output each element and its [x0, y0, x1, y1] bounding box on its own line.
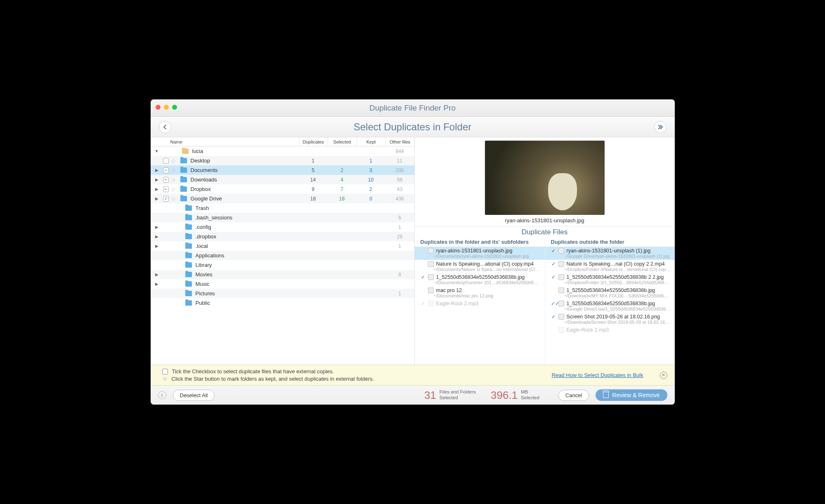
star-button[interactable]: ☆: [171, 167, 176, 174]
dup-item[interactable]: Eagle-Rock 2.mp3: [545, 326, 675, 334]
review-remove-button[interactable]: Review & Remove: [596, 389, 667, 401]
folder-row[interactable]: ▶☆Documents523200: [151, 165, 414, 175]
dup-item[interactable]: ryan-akins-1531801-unsplash.jpg~/Documen…: [415, 247, 545, 260]
back-button[interactable]: [159, 121, 171, 133]
folder-row[interactable]: ▶☆Downloads1441058: [151, 175, 414, 184]
forward-button[interactable]: [654, 121, 667, 133]
cancel-button[interactable]: Cancel: [558, 390, 589, 401]
dup-check[interactable]: ✓: [421, 274, 426, 280]
folder-name: Applications: [196, 252, 225, 259]
dup-item[interactable]: ✓1_52550d536834e52550d536838b.jpg~/Docum…: [415, 273, 545, 286]
disclosure-arrow[interactable]: ▶: [153, 272, 161, 277]
disclosure-arrow[interactable]: ▶: [153, 282, 161, 286]
row-checkbox[interactable]: [163, 167, 169, 173]
folder-name: Trash: [196, 205, 209, 211]
row-checkbox[interactable]: [163, 186, 169, 192]
dup-item[interactable]: ✓Nature Is Speaking…nal (CI) copy 2 2.mp…: [545, 260, 675, 273]
dup-check[interactable]: ✓: [421, 301, 426, 306]
traffic-lights: [156, 105, 177, 110]
preview-image: [485, 141, 605, 215]
zoom-window-button[interactable]: [172, 105, 177, 110]
folder-row[interactable]: ▶☆Dropbox97243: [151, 184, 414, 194]
dup-item[interactable]: ✓ryan-akins-1531801-unsplash (1).jpg~/Go…: [545, 247, 675, 260]
minimize-window-button[interactable]: [164, 105, 169, 110]
folder-row[interactable]: ☆Desktop1111: [151, 156, 414, 165]
dup-item[interactable]: ✓✓1_52550d536834e52550d536838b.jpg~/Goog…: [545, 299, 675, 313]
dup-item[interactable]: 1_52550d536834e52550d536838b.jpg~/Downlo…: [545, 286, 675, 299]
dup-filename: 1_52550d536834e52550d536838b.jpg: [567, 287, 671, 293]
col-other[interactable]: Other files: [385, 137, 414, 146]
dup-filename: 1_52550d536834e52550d536838b 2 2.jpg: [567, 274, 671, 280]
dup-check[interactable]: ✓✓: [551, 301, 556, 306]
col-selected[interactable]: Selected: [328, 137, 357, 146]
folder-row[interactable]: ▶Music: [151, 279, 414, 289]
dup-item[interactable]: ✓Eagle-Rock 2.mp3: [415, 299, 545, 308]
star-button[interactable]: ☆: [171, 177, 176, 183]
dup-check[interactable]: ✓: [551, 314, 556, 320]
file-icon: [428, 287, 434, 293]
disclosure-arrow[interactable]: ▶: [153, 187, 161, 191]
col-duplicates[interactable]: Duplicates: [299, 137, 328, 146]
deselect-all-button[interactable]: Deselect All: [173, 390, 215, 401]
folder-row[interactable]: Library: [151, 260, 414, 270]
folder-row[interactable]: Applications: [151, 251, 414, 260]
file-icon: [428, 261, 434, 267]
dup-check[interactable]: ✓: [551, 261, 556, 267]
preview-filename: ryan-akins-1531801-unsplash.jpg: [415, 217, 675, 224]
hint-link[interactable]: Read How to Select Duplicates in Bulk: [552, 372, 643, 378]
star-button[interactable]: ☆: [171, 186, 176, 193]
folder-row[interactable]: ▶.config1: [151, 222, 414, 232]
folder-row[interactable]: Public: [151, 298, 414, 308]
row-checkbox[interactable]: [163, 177, 169, 183]
folder-row[interactable]: Trash: [151, 203, 414, 213]
folder-row[interactable]: ▼lucia844: [151, 146, 414, 156]
dup-filename: Nature Is Speaking…ational (CI) copy.mp4: [436, 261, 541, 267]
star-icon: ☆: [162, 375, 168, 382]
dup-item[interactable]: mac pro 12~/Documents/mac pro 12.png: [415, 286, 545, 299]
col-name[interactable]: Name: [151, 137, 299, 146]
folder-icon: [185, 205, 192, 211]
folder-list[interactable]: ▼lucia844☆Desktop1111▶☆Documents523200▶☆…: [151, 146, 414, 365]
dup-item[interactable]: ✓Screen Shot 2019-05-28 at 18.02.16.png~…: [545, 313, 675, 326]
folder-icon: [185, 262, 192, 268]
dup-item[interactable]: Nature Is Speaking…ational (CI) copy.mp4…: [415, 260, 545, 273]
duplicate-files-header: Duplicate Files: [415, 226, 675, 237]
hint-close-button[interactable]: ✕: [660, 372, 667, 379]
folder-table-header: Name Duplicates Selected Kept Other file…: [151, 137, 414, 146]
disclosure-arrow[interactable]: ▶: [153, 225, 161, 229]
info-button[interactable]: i: [158, 391, 166, 399]
disclosure-arrow[interactable]: ▶: [153, 177, 161, 182]
folder-row[interactable]: ▶.dropbox29: [151, 232, 414, 241]
dup-inside-list[interactable]: ryan-akins-1531801-unsplash.jpg~/Documen…: [415, 247, 545, 365]
row-checkbox[interactable]: [163, 158, 169, 164]
dup-check[interactable]: ✓: [551, 248, 556, 254]
star-button[interactable]: ☆: [171, 158, 176, 164]
disclosure-arrow[interactable]: ▼: [153, 149, 161, 153]
disclosure-arrow[interactable]: ▶: [153, 234, 161, 239]
hint-checkbox-text: Tick the Checkbox to select duplicate fi…: [172, 368, 334, 374]
row-checkbox[interactable]: [163, 196, 169, 202]
folder-icon: [185, 281, 192, 287]
disclosure-arrow[interactable]: ▶: [153, 244, 161, 248]
dup-item[interactable]: ✓1_52550d536834e52550d536838b 2 2.jpg~/D…: [545, 273, 675, 286]
col-kept[interactable]: Kept: [357, 137, 385, 146]
dup-check[interactable]: ✓: [551, 274, 556, 280]
folder-icon: [180, 158, 187, 163]
dup-filepath: ~/Google Drive/Lisa/1_52550d536834e52550…: [551, 306, 671, 311]
folder-name: Downloads: [191, 177, 217, 183]
close-window-button[interactable]: [156, 105, 161, 110]
dup-outside-list[interactable]: ✓ryan-akins-1531801-unsplash (1).jpg~/Go…: [545, 247, 675, 365]
folder-icon: [180, 177, 187, 182]
star-button[interactable]: ☆: [171, 195, 176, 202]
folder-name: Library: [196, 262, 212, 268]
dup-filepath: ~/Downloads/MY MIX FOLDE…536834e52550d53…: [551, 293, 671, 298]
folder-row[interactable]: Pictures1: [151, 289, 414, 298]
checkbox-icon: [162, 369, 168, 374]
disclosure-arrow[interactable]: ▶: [153, 168, 161, 172]
folder-row[interactable]: ▶Movies8: [151, 270, 414, 279]
folder-row[interactable]: ▶.local1: [151, 241, 414, 251]
folder-row[interactable]: .bash_sessions6: [151, 213, 414, 222]
disclosure-arrow[interactable]: ▶: [153, 196, 161, 201]
folder-row[interactable]: ▶☆Google Drive18180436: [151, 194, 414, 203]
page-title: Select Duplicates in Folder: [354, 121, 471, 133]
